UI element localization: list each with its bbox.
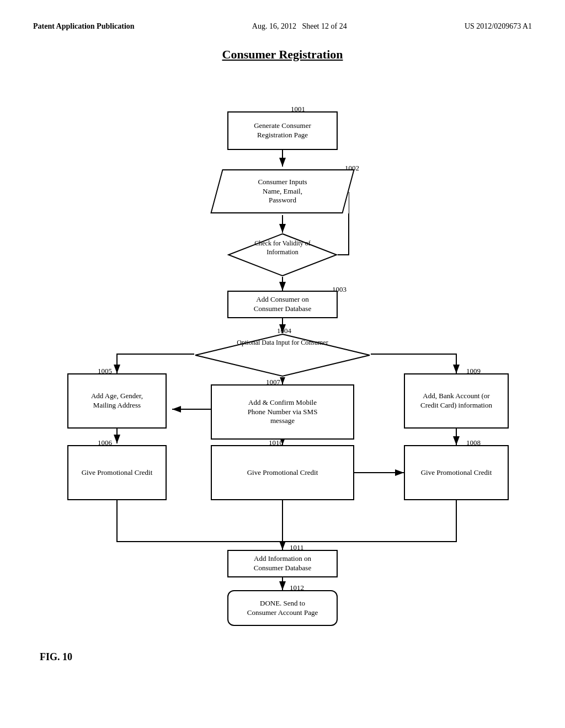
flowchart: Generate Consumer Registration Page 1001…	[40, 78, 525, 674]
node-1011: Add Information on Consumer Database	[227, 550, 338, 577]
node-1002-id: 1002	[345, 164, 359, 173]
node-1008: Give Promotional Credit	[404, 445, 509, 500]
fig-label: FIG. 10	[40, 651, 72, 663]
node-1004-id: 1004	[277, 326, 291, 335]
node-1010-label: Give Promotional Credit	[247, 468, 318, 478]
node-1007-label: Add & Confirm Mobile Phone Number via SM…	[248, 398, 318, 426]
node-1010: Give Promotional Credit	[211, 445, 354, 500]
node-1004-label: Optional Data Input for Consumer	[222, 339, 343, 347]
page-title: Consumer Registration	[222, 47, 343, 61]
node-1002: Consumer Inputs Name, Email, Password	[216, 169, 349, 213]
node-1001: Generate Consumer Registration Page	[227, 111, 338, 150]
node-1008-label: Give Promotional Credit	[421, 468, 492, 478]
node-1009-label: Add, Bank Account (or Credit Card) infor…	[420, 392, 492, 410]
node-1011-label: Add Information on Consumer Database	[254, 554, 311, 573]
node-1012-label: DONE. Send to Consumer Account Page	[247, 599, 318, 618]
node-1009: Add, Bank Account (or Credit Card) infor…	[404, 373, 509, 429]
node-1012: DONE. Send to Consumer Account Page	[227, 590, 338, 626]
header-left: Patent Application Publication	[33, 22, 135, 31]
node-1007-id: 1007	[266, 378, 280, 387]
page: Patent Application Publication Aug. 16, …	[0, 0, 565, 728]
header-center: Aug. 16, 2012 Sheet 12 of 24	[252, 22, 347, 31]
header-right: US 2012/0209673 A1	[465, 22, 532, 31]
node-1005: Add Age, Gender, Mailing Address	[67, 373, 167, 429]
node-1009-id: 1009	[466, 367, 481, 376]
node-1005-id: 1005	[98, 367, 112, 376]
node-1010-id: 1010	[269, 438, 283, 447]
node-1006: Give Promotional Credit	[67, 445, 167, 500]
node-1004: Optional Data Input for Consumer	[194, 333, 371, 377]
node-1002-label: Consumer Inputs Name, Email, Password	[255, 175, 310, 208]
node-1007: Add & Confirm Mobile Phone Number via SM…	[211, 384, 354, 440]
header-sheet: Sheet 12 of 24	[302, 22, 347, 30]
node-check-label: Check for Validity of Information	[244, 239, 321, 256]
node-1011-id: 1011	[290, 543, 304, 552]
node-1003: Add Consumer on Consumer Database	[227, 291, 338, 318]
node-1003-id: 1003	[332, 285, 347, 294]
node-1012-id: 1012	[290, 584, 304, 592]
header: Patent Application Publication Aug. 16, …	[33, 22, 532, 31]
node-1008-id: 1008	[466, 438, 481, 447]
node-1006-id: 1006	[98, 438, 112, 447]
node-1001-id: 1001	[291, 105, 305, 114]
header-date: Aug. 16, 2012	[252, 22, 296, 30]
node-1005-label: Add Age, Gender, Mailing Address	[91, 392, 143, 410]
node-1003-label: Add Consumer on Consumer Database	[254, 295, 311, 314]
node-check: Check for Validity of Information	[227, 233, 338, 277]
node-1001-label: Generate Consumer Registration Page	[254, 121, 311, 140]
node-1006-label: Give Promotional Credit	[82, 468, 153, 478]
title-section: Consumer Registration	[33, 47, 532, 62]
